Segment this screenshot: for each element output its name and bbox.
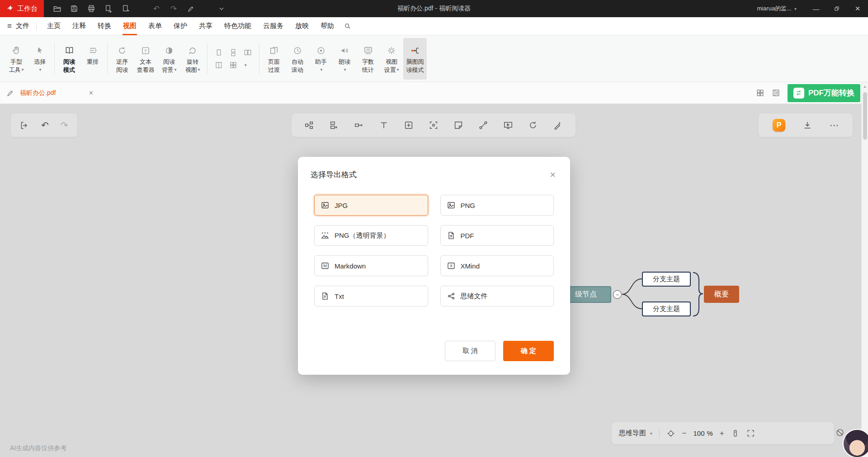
export-option-png[interactable]: PNG	[440, 195, 554, 216]
focus-root-icon[interactable]	[20, 121, 29, 130]
presentation-icon[interactable]	[503, 120, 513, 130]
pen-tool-button[interactable]	[183, 2, 198, 15]
pdf-converter-button[interactable]: PDF万能转换	[788, 84, 860, 102]
redo-button[interactable]: ↷	[166, 2, 181, 15]
add-sibling-node-icon[interactable]	[329, 120, 339, 130]
select-tool-button[interactable]: 选择 ▾	[28, 38, 52, 80]
export-option-png-transparent[interactable]: PNG（透明背景）	[314, 225, 428, 246]
page-transition-button[interactable]: 页面 过渡	[262, 38, 286, 80]
map-type-selector[interactable]: 思维导图 ▾	[619, 429, 652, 438]
text-format-icon[interactable]	[379, 120, 389, 130]
export-option-pdf[interactable]: PDF	[440, 225, 554, 246]
sticker-icon[interactable]	[453, 120, 463, 130]
save-button[interactable]	[66, 2, 82, 15]
view-settings-button[interactable]: 视图 设置▾	[380, 38, 403, 80]
assistant-button[interactable]: 助手 ▾	[309, 38, 333, 80]
close-window-button[interactable]: ×	[847, 0, 868, 17]
export-document-button[interactable]	[101, 2, 116, 15]
search-button[interactable]	[344, 22, 351, 30]
zoom-in-button[interactable]: +	[720, 429, 724, 438]
menu-item-form[interactable]: 表单	[142, 17, 168, 35]
download-icon[interactable]	[802, 120, 812, 130]
undo-button[interactable]: ↶	[149, 2, 164, 15]
layout-dropdown-icon[interactable]: ▾	[245, 63, 247, 67]
mindmap-undo-icon[interactable]: ↶	[41, 120, 49, 131]
refresh-theme-icon[interactable]	[528, 120, 538, 130]
export-option-txt[interactable]: Txt	[314, 286, 428, 306]
multi-tab-grid-icon[interactable]	[756, 89, 764, 97]
reading-mode-button[interactable]: 阅读 模式	[57, 38, 81, 80]
word-count-button[interactable]: AB 字数 统计	[356, 38, 380, 80]
scrollbar-thumb[interactable]	[863, 92, 867, 140]
menu-item-convert[interactable]: 转换	[92, 17, 117, 35]
menu-item-features[interactable]: 特色功能	[218, 17, 257, 35]
document-tab[interactable]: 福昕办公.pdf ×	[20, 89, 93, 97]
restore-button[interactable]	[826, 0, 847, 17]
menu-item-cloud[interactable]: 云服务	[257, 17, 289, 35]
rotate-view-button[interactable]: 旋转 视图▾	[181, 38, 204, 80]
mindmap-reading-mode-button[interactable]: 脑图阅 读模式	[403, 38, 427, 80]
mindmap-branch-node[interactable]: 分支主题	[642, 302, 691, 316]
annotate-pencil-icon[interactable]	[6, 89, 14, 97]
menu-item-present[interactable]: 放映	[289, 17, 315, 35]
print-button[interactable]	[84, 2, 99, 15]
export-option-mind-file[interactable]: 思绪文件	[440, 286, 554, 306]
auto-scroll-button[interactable]: 自动 滚动	[286, 38, 309, 80]
open-file-button[interactable]	[49, 2, 65, 15]
tab-close-icon[interactable]: ×	[89, 89, 93, 97]
mindmap-branch-node[interactable]: 分支主题	[642, 272, 691, 287]
fullscreen-icon[interactable]	[746, 429, 755, 438]
workspace-button[interactable]: 工作台	[0, 0, 44, 17]
user-avatar[interactable]	[843, 429, 868, 457]
split-view-icon[interactable]	[215, 61, 223, 69]
reflow-button[interactable]: 重排	[81, 38, 104, 80]
screenshot-icon[interactable]	[429, 120, 439, 130]
menu-item-help[interactable]: 帮助	[315, 17, 340, 35]
structure-icon[interactable]	[304, 120, 314, 130]
export-option-jpg[interactable]: JPG	[314, 195, 428, 216]
zoom-out-button[interactable]: −	[682, 429, 687, 438]
collapse-node-button[interactable]: −	[613, 290, 622, 299]
account-menu[interactable]: miarua的监... ▾	[757, 5, 797, 13]
dropdown-icon: ▾	[175, 66, 177, 74]
file-menu[interactable]: ≡ 文件	[7, 22, 29, 31]
mindmap-brand-badge[interactable]: P	[773, 119, 785, 132]
read-aloud-button[interactable]: 朗读 ▾	[333, 38, 356, 80]
circle-slash-icon[interactable]	[835, 428, 845, 438]
reverse-reading-button[interactable]: 逆序 阅读	[110, 38, 134, 80]
export-option-markdown[interactable]: M Markdown	[314, 255, 428, 276]
create-document-button[interactable]	[118, 2, 133, 15]
mindmap-summary-node[interactable]: 概要	[704, 286, 739, 303]
dialog-close-icon[interactable]: ×	[550, 170, 556, 180]
reading-background-button[interactable]: 阅读 背景▾	[157, 38, 181, 80]
vertical-scrollbar[interactable]: ▴	[861, 82, 868, 457]
center-locate-icon[interactable]	[666, 429, 675, 438]
mindmap-redo-icon[interactable]: ↷	[61, 120, 68, 131]
ai-beautify-icon[interactable]	[553, 120, 563, 130]
collapse-toolbar-icon[interactable]	[214, 2, 229, 15]
add-child-node-icon[interactable]	[354, 120, 364, 130]
svg-text:AB: AB	[366, 48, 370, 51]
mouse-mode-icon[interactable]	[731, 429, 740, 438]
menu-item-view[interactable]: 视图	[117, 17, 142, 35]
more-options-icon[interactable]: ⋯	[830, 120, 839, 131]
mindmap-canvas[interactable]: ↶ ↷	[0, 104, 868, 457]
menu-item-share[interactable]: 共享	[193, 17, 218, 35]
minimize-button[interactable]: —	[806, 0, 826, 17]
hand-tool-button[interactable]: 手型 工具▾	[5, 38, 28, 80]
menu-item-protect[interactable]: 保护	[168, 17, 193, 35]
facing-pages-icon[interactable]	[244, 48, 252, 57]
relationship-icon[interactable]	[478, 120, 488, 130]
text-viewer-button[interactable]: T 文本 查看器	[134, 38, 157, 80]
insert-topic-icon[interactable]	[404, 120, 414, 130]
continuous-scroll-icon[interactable]	[229, 48, 237, 57]
cancel-button[interactable]: 取 消	[445, 341, 495, 361]
export-option-xmind[interactable]: X XMind	[440, 255, 554, 276]
scroll-up-icon[interactable]: ▴	[862, 82, 868, 89]
confirm-button[interactable]: 确 定	[503, 341, 554, 361]
menu-item-home[interactable]: 主页	[41, 17, 66, 35]
grid-view-icon[interactable]	[229, 61, 237, 69]
page-panel-icon[interactable]	[772, 89, 780, 97]
menu-item-comment[interactable]: 注释	[66, 17, 92, 35]
single-page-icon[interactable]	[215, 48, 223, 57]
